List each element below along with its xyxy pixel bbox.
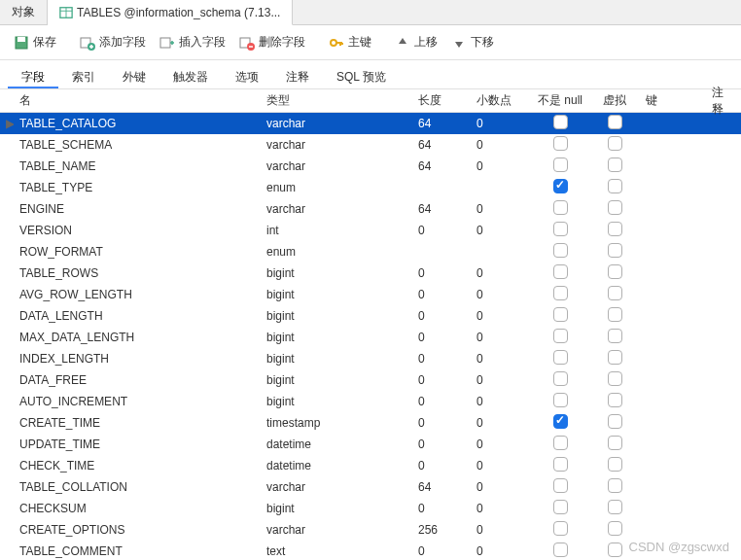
col-virtual-header[interactable]: 虚拟 [589,89,640,112]
cell-notnull[interactable] [531,113,589,134]
cell-virtual[interactable] [589,177,640,198]
cell-name[interactable]: TABLE_SCHEMA [14,136,261,154]
cell-key[interactable] [640,314,706,318]
cell-type[interactable]: bigint [261,264,412,282]
checkbox[interactable] [553,329,568,343]
cell-virtual[interactable] [589,113,640,134]
cell-length[interactable]: 0 [412,500,471,517]
tab-object[interactable]: 对象 [0,0,48,24]
subtab-sql[interactable]: SQL 预览 [323,64,400,88]
cell-decimals[interactable]: 0 [471,286,531,303]
cell-notnull[interactable] [531,541,589,560]
move-up-button[interactable]: 上移 [389,30,443,54]
table-row[interactable]: MAX_DATA_LENGTHbigint00 [0,327,741,348]
checkbox[interactable] [608,115,622,129]
cell-length[interactable]: 64 [412,200,471,218]
cell-decimals[interactable]: 0 [471,436,531,453]
cell-name[interactable]: TABLE_COMMENT [14,542,261,560]
cell-type[interactable]: timestamp [261,414,412,432]
cell-length[interactable]: 0 [412,371,471,389]
cell-virtual[interactable] [589,327,640,348]
cell-virtual[interactable] [589,241,640,262]
cell-notnull[interactable] [531,327,589,348]
col-name-header[interactable]: 名 [14,89,261,112]
cell-name[interactable]: INDEX_LENGTH [14,350,261,368]
cell-length[interactable] [412,186,471,190]
cell-notnull[interactable] [531,134,589,156]
subtab-options[interactable]: 选项 [222,64,272,88]
cell-type[interactable]: datetime [261,457,412,474]
add-field-button[interactable]: 添加字段 [74,30,152,54]
cell-notnull[interactable] [531,262,589,284]
cell-virtual[interactable] [589,412,640,434]
cell-key[interactable] [640,507,706,510]
cell-length[interactable]: 0 [412,222,471,239]
cell-decimals[interactable]: 0 [471,264,531,282]
cell-length[interactable]: 0 [412,393,471,410]
cell-type[interactable]: text [261,542,412,560]
table-row[interactable]: ▶TABLE_CATALOGvarchar640 [0,113,741,134]
cell-decimals[interactable]: 0 [471,222,531,239]
cell-length[interactable]: 0 [412,350,471,368]
table-row[interactable]: TABLE_COLLATIONvarchar640 [0,476,741,498]
cell-decimals[interactable]: 0 [471,500,531,517]
cell-type[interactable]: bigint [261,329,412,346]
cell-comment[interactable] [706,122,739,125]
col-length-header[interactable]: 长度 [412,89,471,112]
cell-comment[interactable] [706,421,739,425]
subtab-fk[interactable]: 外键 [109,64,159,88]
cell-key[interactable] [640,442,706,446]
cell-name[interactable]: MAX_DATA_LENGTH [14,329,261,346]
cell-virtual[interactable] [589,305,640,327]
cell-comment[interactable] [706,507,739,510]
cell-virtual[interactable] [589,541,640,560]
tab-tables[interactable]: TABLES @information_schema (7.13... [48,0,293,25]
table-row[interactable]: CREATE_TIMEtimestamp00 [0,412,741,434]
table-row[interactable]: TABLE_NAMEvarchar640 [0,156,741,177]
checkbox[interactable] [553,350,568,365]
table-row[interactable]: CHECK_TIMEdatetime00 [0,455,741,476]
cell-decimals[interactable]: 0 [471,350,531,368]
table-row[interactable]: CHECKSUMbigint00 [0,498,741,519]
cell-virtual[interactable] [589,519,640,541]
cell-comment[interactable] [706,464,739,468]
checkbox[interactable] [553,436,568,450]
cell-name[interactable]: TABLE_ROWS [14,264,261,282]
cell-decimals[interactable]: 0 [471,478,531,496]
table-row[interactable]: DATA_FREEbigint00 [0,369,741,391]
checkbox[interactable] [553,393,568,407]
cell-type[interactable]: bigint [261,286,412,303]
cell-length[interactable]: 0 [412,414,471,432]
cell-notnull[interactable] [531,156,589,177]
cell-decimals[interactable]: 0 [471,414,531,432]
cell-length[interactable]: 0 [412,436,471,453]
cell-name[interactable]: ENGINE [14,200,261,218]
cell-notnull[interactable] [531,455,589,476]
cell-key[interactable] [640,122,706,125]
table-row[interactable]: TABLE_TYPEenum [0,177,741,198]
cell-length[interactable]: 0 [412,307,471,325]
cell-type[interactable]: datetime [261,436,412,453]
col-key-header[interactable]: 键 [640,89,706,112]
cell-virtual[interactable] [589,284,640,305]
checkbox[interactable] [608,371,622,386]
checkbox[interactable] [608,307,622,322]
col-type-header[interactable]: 类型 [261,89,412,112]
cell-type[interactable]: varchar [261,478,412,496]
table-row[interactable]: AUTO_INCREMENTbigint00 [0,391,741,412]
cell-type[interactable]: bigint [261,371,412,389]
cell-comment[interactable] [706,207,739,211]
subtab-triggers[interactable]: 触发器 [159,64,222,88]
cell-comment[interactable] [706,485,739,489]
table-row[interactable]: CREATE_OPTIONSvarchar2560 [0,519,741,541]
cell-key[interactable] [640,400,706,403]
cell-key[interactable] [640,228,706,232]
cell-type[interactable]: bigint [261,393,412,410]
cell-name[interactable]: VERSION [14,222,261,239]
checkbox[interactable] [553,414,568,429]
cell-decimals[interactable]: 0 [471,521,531,539]
cell-comment[interactable] [706,442,739,446]
cell-decimals[interactable] [471,250,531,254]
col-notnull-header[interactable]: 不是 null [531,89,589,112]
cell-type[interactable]: bigint [261,307,412,325]
